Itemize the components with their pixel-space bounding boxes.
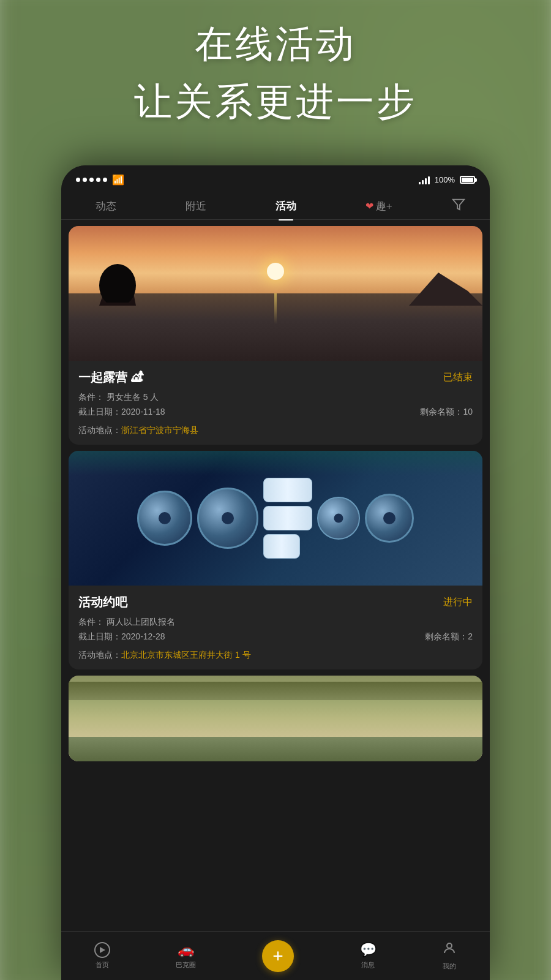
- card-2-location-link[interactable]: 北京北京市东城区王府井大街 1 号: [121, 650, 251, 660]
- nav-home-label: 首页: [96, 960, 109, 970]
- card-1-content: 一起露营 🏕 已结束 条件： 男女生各 5 人 截止日期：2020-11-18 …: [69, 361, 482, 445]
- nav-messages-label: 消息: [361, 960, 375, 970]
- nav-profile-label: 我的: [443, 962, 456, 971]
- header-line2: 让关系更进一步: [0, 76, 551, 127]
- card-2-quota: 剩余名额：2: [425, 631, 473, 643]
- card-2-deadline: 截止日期：2020-12-28: [78, 631, 165, 643]
- filter-icon[interactable]: [452, 198, 465, 214]
- heart-icon: ❤: [365, 200, 373, 212]
- nav-tabs: 动态 附近 活动 ❤ 趣+: [61, 190, 490, 220]
- tab-qujia[interactable]: ❤ 趣+: [356, 197, 402, 216]
- car-icon: 🚗: [178, 942, 194, 958]
- card-1-condition: 条件： 男女生各 5 人: [78, 392, 473, 403]
- add-button[interactable]: +: [262, 940, 294, 972]
- roll-2: [197, 488, 258, 549]
- card-2-condition: 条件： 两人以上团队报名: [78, 617, 473, 628]
- dot-5: [103, 178, 107, 182]
- status-bar: 📶 100%: [61, 165, 490, 190]
- white-roll-1: [263, 478, 312, 502]
- phone-mockup: 📶 100% 动态 附近 活动 ❤ 趣+: [61, 165, 490, 980]
- bottom-navigation: 首页 🚗 巴克圈 + 💬 消息 我的: [61, 931, 490, 980]
- nav-home[interactable]: 首页: [94, 942, 110, 970]
- signal-icon: [419, 176, 430, 184]
- roll-4: [365, 494, 414, 543]
- tab-huodong[interactable]: 活动: [266, 197, 306, 216]
- dot-4: [96, 178, 100, 182]
- carrier-dots: [76, 178, 107, 182]
- card-1-title: 一起露营 🏕: [78, 369, 143, 386]
- card-1-location: 活动地点：浙江省宁波市宁海县: [78, 425, 473, 436]
- activity-card-1: 一起露营 🏕 已结束 条件： 男女生各 5 人 截止日期：2020-11-18 …: [69, 226, 482, 445]
- nav-bakequan-label: 巴克圈: [176, 960, 196, 970]
- dot-2: [83, 178, 87, 182]
- card-2-location: 活动地点：北京北京市东城区王府井大街 1 号: [78, 650, 473, 661]
- card-1-image: [69, 226, 482, 361]
- battery-icon: [460, 176, 475, 184]
- status-bar-right: 100%: [419, 175, 475, 184]
- activity-card-2: 活动约吧 进行中 条件： 两人以上团队报名 截止日期：2020-12-28 剩余…: [69, 451, 482, 669]
- message-icon: 💬: [360, 942, 377, 958]
- roll-3: [317, 497, 360, 540]
- roll-1: [137, 491, 192, 546]
- tab-fujin[interactable]: 附近: [176, 197, 216, 216]
- header-line1: 在线活动: [0, 18, 551, 70]
- card-1-location-link[interactable]: 浙江省宁波市宁海县: [121, 425, 198, 435]
- tab-dongtai[interactable]: 动态: [86, 197, 126, 216]
- nav-bakequan[interactable]: 🚗 巴克圈: [176, 942, 196, 970]
- nav-messages[interactable]: 💬 消息: [360, 942, 377, 970]
- white-roll-2: [263, 506, 312, 530]
- card-2-status: 进行中: [443, 596, 473, 609]
- status-bar-left: 📶: [76, 174, 124, 186]
- battery-percent: 100%: [435, 175, 455, 184]
- profile-icon: [442, 941, 457, 959]
- header-section: 在线活动 让关系更进一步: [0, 18, 551, 127]
- card-1-deadline: 截止日期：2020-11-18: [78, 407, 165, 418]
- nav-profile[interactable]: 我的: [442, 941, 457, 971]
- card-2-title: 活动约吧: [78, 594, 127, 611]
- add-icon: +: [272, 947, 283, 965]
- wifi-icon: 📶: [112, 174, 124, 186]
- content-area[interactable]: 一起露营 🏕 已结束 条件： 男女生各 5 人 截止日期：2020-11-18 …: [61, 220, 490, 955]
- dot-1: [76, 178, 80, 182]
- card-1-quota: 剩余名额：10: [420, 407, 473, 418]
- white-roll-3: [263, 534, 300, 559]
- svg-point-1: [447, 943, 452, 948]
- dot-3: [89, 178, 94, 182]
- card-2-image: [69, 451, 482, 586]
- activity-card-3: [69, 676, 482, 761]
- svg-marker-0: [452, 200, 463, 210]
- card-2-content: 活动约吧 进行中 条件： 两人以上团队报名 截止日期：2020-12-28 剩余…: [69, 586, 482, 669]
- home-icon: [94, 942, 110, 958]
- card-1-status: 已结束: [443, 371, 473, 384]
- card-3-image: [69, 676, 482, 761]
